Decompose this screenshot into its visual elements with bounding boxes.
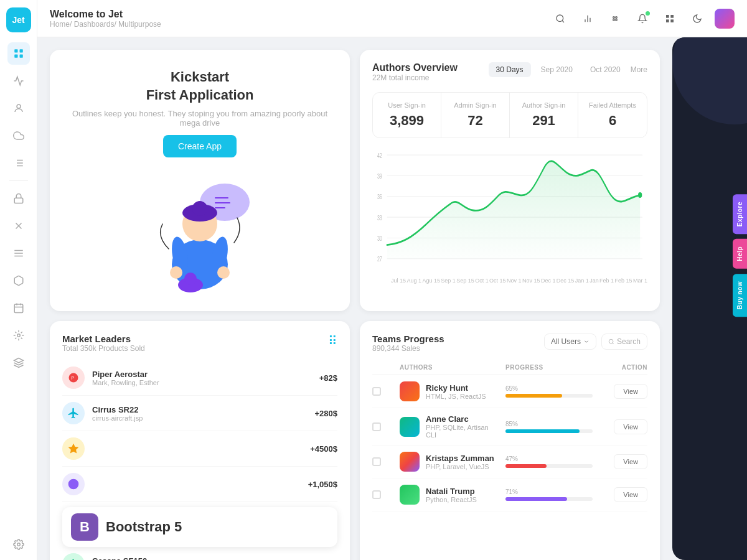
svg-text:33: 33 (377, 214, 382, 222)
author-info: Anne Clarc PHP, SQLite, Artisan CLI (426, 414, 500, 439)
sidebar-item-calendar[interactable] (7, 297, 30, 319)
stat-user-signin-value: 3,899 (383, 113, 431, 129)
svg-point-31 (613, 19, 615, 21)
market-item: P Piper Aerostar Mark, Rowling, Esther +… (62, 360, 337, 396)
svg-rect-34 (670, 15, 674, 18)
progress-cell: 65% (505, 385, 593, 398)
sidebar-item-package[interactable] (7, 269, 30, 292)
row-checkbox[interactable] (372, 387, 381, 396)
explore-button[interactable]: Explore (733, 194, 747, 234)
buy-now-button[interactable]: Buy now (733, 274, 747, 317)
search-label: Search (617, 337, 641, 346)
cessna-info: Cessna SF150 cessna-aircraft-class.jsp (92, 556, 314, 561)
sidebar-item-close[interactable] (7, 215, 30, 237)
stats-icon[interactable] (578, 9, 598, 29)
progress-fill (505, 429, 580, 433)
row-checkbox[interactable] (372, 422, 381, 431)
table-row: Anne Clarc PHP, SQLite, Artisan CLI 85% (372, 408, 647, 446)
row-checkbox[interactable] (372, 490, 381, 499)
bootstrap-logo: B (71, 513, 98, 541)
create-app-button[interactable]: Create App (163, 135, 237, 157)
topbar-right (550, 9, 735, 29)
stat-admin-signin: Admin Sign-in 72 (441, 93, 510, 138)
svg-point-23 (17, 543, 20, 546)
sidebar-item-charts[interactable] (7, 70, 30, 92)
view-button[interactable]: View (614, 454, 647, 469)
view-button[interactable]: View (614, 384, 647, 399)
piper-icon: P (62, 366, 85, 389)
authors-header: Authors Overview 22M total income 30 Day… (372, 62, 647, 82)
stat-user-signin-label: User Sign-in (383, 101, 431, 109)
sidebar-item-cloud[interactable] (7, 124, 30, 147)
sidebar-item-tools[interactable] (7, 324, 30, 347)
user-filter-select[interactable]: All Users (544, 334, 596, 350)
market3-icon (62, 437, 85, 460)
author-skills: HTML, JS, ReactJS (426, 393, 486, 400)
search-icon (608, 338, 614, 345)
tab-more[interactable]: More (631, 65, 647, 74)
progress-cell: 71% (505, 488, 593, 501)
author-name: Kristaps Zumman (426, 454, 494, 463)
svg-point-64 (638, 192, 642, 198)
team-author-anne: Anne Clarc PHP, SQLite, Artisan CLI (400, 414, 500, 439)
author-info: Natali Trump Python, ReactJS (426, 487, 477, 503)
market-item-3: +4500$ (62, 431, 337, 467)
row-checkbox[interactable] (372, 457, 381, 466)
tab-30-days[interactable]: 30 Days (489, 62, 531, 77)
svg-rect-0 (14, 49, 17, 52)
bootstrap-badge: B Bootstrap 5 (62, 507, 337, 547)
tab-oct-2020[interactable]: Oct 2020 (583, 62, 628, 77)
view-button[interactable]: View (614, 419, 647, 434)
sidebar-item-reports[interactable] (7, 152, 30, 174)
svg-point-48 (170, 266, 182, 279)
author-skills: PHP, Laravel, VueJS (426, 463, 494, 470)
market-header: Market Leaders Total 350k Products Sold … (62, 334, 337, 353)
help-button[interactable]: Help (733, 239, 747, 269)
stat-author-signin-value: 291 (520, 113, 568, 129)
col-authors: AUTHORS (400, 364, 500, 371)
search-icon[interactable] (550, 9, 570, 29)
sidebar-item-security[interactable] (7, 187, 30, 210)
svg-point-24 (557, 15, 563, 22)
notification-dot (646, 11, 650, 16)
apps-icon[interactable] (605, 9, 625, 29)
stat-failed-attempts-value: 6 (588, 113, 637, 129)
grid-view-icon[interactable] (660, 9, 680, 29)
app-logo[interactable]: Jet (6, 7, 31, 32)
market-subtitle: Total 350k Products Sold (62, 344, 145, 353)
sidebar-item-layers[interactable] (7, 352, 30, 374)
stats-row: User Sign-in 3,899 Admin Sign-in 72 Auth… (372, 92, 647, 138)
authors-subtitle: 22M total income (372, 73, 458, 82)
piper-name: Piper Aerostar (92, 370, 319, 379)
progress-label: 71% (505, 488, 593, 495)
progress-fill (505, 464, 547, 468)
cirrus-desc: cirrus-aircraft.jsp (92, 414, 314, 422)
sidebar-item-settings[interactable] (6, 531, 32, 560)
teams-table: AUTHORS PROGRESS ACTION Ricky Hunt (372, 360, 647, 511)
progress-label: 85% (505, 421, 593, 427)
top-grid: KickstartFirst Application Outlines keep… (50, 50, 660, 311)
stat-failed-attempts: Failed Attempts 6 (578, 93, 647, 138)
svg-point-51 (184, 273, 197, 285)
market4-value: +1,050$ (308, 480, 337, 489)
sidebar-item-users[interactable] (7, 97, 30, 119)
svg-rect-35 (666, 19, 669, 22)
dark-mode-icon[interactable] (687, 9, 707, 29)
chart-area: 42 39 36 33 30 27 (372, 148, 647, 273)
market-title: Market Leaders (62, 334, 145, 344)
teams-search[interactable]: Search (601, 334, 647, 350)
chart-svg: 42 39 36 33 30 27 (372, 148, 647, 273)
market4-icon (62, 473, 85, 495)
sidebar-item-menu[interactable] (7, 242, 30, 264)
tab-sep-2020[interactable]: Sep 2020 (533, 62, 580, 77)
notifications-icon[interactable] (632, 9, 652, 29)
user-avatar[interactable] (715, 9, 735, 29)
view-button[interactable]: View (614, 487, 647, 502)
teams-progress-card: Teams Progress 890,344 Sales All Users S… (360, 321, 660, 560)
market-more-icon[interactable]: ⠿ (328, 334, 337, 348)
market-item-cirrus: Cirrus SR22 cirrus-aircraft.jsp +280$ (62, 396, 337, 431)
svg-rect-36 (670, 19, 674, 22)
svg-point-45 (192, 201, 207, 216)
sidebar-item-dashboard[interactable] (7, 42, 30, 65)
page-title: Welcome to Jet (50, 9, 161, 20)
